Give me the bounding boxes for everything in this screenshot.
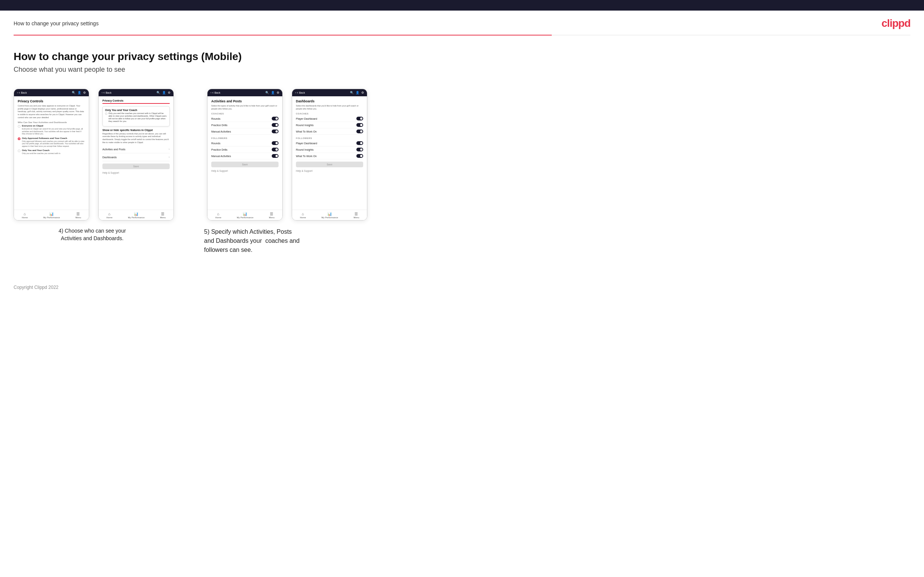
home-icon-2: ⌂ [108, 212, 110, 216]
radio-circle-1 [18, 125, 20, 127]
menu-icon-2: ☰ [161, 212, 165, 216]
whattowork-followers-label: What To Work On [296, 155, 317, 158]
radio-option-3[interactable]: Only You and Your Coach Only you and the… [18, 149, 85, 155]
back-button[interactable]: ‹ < Back [17, 91, 27, 94]
footer-performance-2[interactable]: 📊 My Performance [128, 212, 144, 219]
menu-icon-3: ☰ [270, 212, 273, 216]
drills-coaches-toggle[interactable] [272, 123, 278, 127]
footer-menu-3[interactable]: ☰ Menu [269, 212, 275, 219]
rounds-coaches-label: Rounds [211, 118, 220, 120]
footer-performance[interactable]: 📊 My Performance [43, 212, 60, 219]
main-content: How to change your privacy settings (Mob… [0, 35, 924, 277]
footer-menu[interactable]: ☰ Menu [75, 212, 81, 219]
search-icon-2[interactable]: 🔍 [157, 91, 160, 94]
screen4-content: Dashboards Select the dashboards that yo… [292, 96, 367, 210]
footer-menu-4[interactable]: ☰ Menu [353, 212, 359, 219]
footer-menu-2[interactable]: ☰ Menu [160, 212, 166, 219]
nav-icons-3: 🔍 👤 ⚙ [265, 91, 279, 94]
screen1-nav: ‹ < Back 🔍 👤 ⚙ [14, 89, 89, 96]
back-button-4[interactable]: ‹ < Back [295, 91, 305, 94]
settings-icon-4[interactable]: ⚙ [361, 91, 364, 94]
back-button-2[interactable]: ‹ < Back [102, 91, 111, 94]
nav-icons-2: 🔍 👤 ⚙ [157, 91, 170, 94]
toggle-rounds-followers: Rounds [211, 140, 278, 147]
toggle-whattowork-followers: What To Work On [296, 153, 363, 160]
roundinsights-followers-toggle[interactable] [356, 148, 363, 152]
home-icon: ⌂ [23, 212, 26, 216]
rounds-coaches-toggle[interactable] [272, 117, 278, 121]
save-button-4[interactable]: Save [296, 162, 363, 167]
footer-home-3[interactable]: ⌂ Home [215, 212, 221, 219]
roundinsights-followers-label: Round Insights [296, 148, 314, 151]
manual-followers-label: Manual Activities [211, 155, 231, 158]
playerdash-followers-toggle[interactable] [356, 141, 363, 145]
settings-icon[interactable]: ⚙ [83, 91, 86, 94]
footer-performance-4[interactable]: 📊 My Performance [321, 212, 338, 219]
header: How to change your privacy settings clip… [0, 11, 924, 35]
rounds-followers-toggle[interactable] [272, 141, 278, 145]
search-icon-3[interactable]: 🔍 [265, 91, 269, 94]
chart-icon-3: 📊 [242, 212, 247, 216]
playerdash-coaches-toggle[interactable] [356, 117, 363, 121]
screen1-content: Privacy Controls Control how you and you… [14, 96, 89, 210]
step4-caption: 4) Choose who can see yourActivities and… [58, 227, 126, 255]
screen4-nav: ‹ < Back 🔍 👤 ⚙ [292, 89, 367, 96]
popup-card: Only You and Your Coach Only you and the… [102, 106, 170, 126]
screen3-section: ‹ < Back 🔍 👤 ⚙ Activities and Posts Sele… [207, 89, 283, 221]
top-bar [0, 0, 924, 11]
coaches-label-3: COACHES [211, 113, 278, 115]
radio-option-2[interactable]: Only Approved Followers and Your Coach O… [18, 137, 85, 147]
search-icon-4[interactable]: 🔍 [350, 91, 354, 94]
footer-home[interactable]: ⌂ Home [21, 212, 27, 219]
manual-coaches-toggle[interactable] [272, 129, 278, 133]
nav-row-dashboards[interactable]: Dashboards › [102, 153, 170, 161]
phone-screen4: ‹ < Back 🔍 👤 ⚙ Dashboards Select the das… [292, 89, 367, 221]
back-button-3[interactable]: ‹ < Back [210, 91, 220, 94]
screen2-content: Privacy Controls Only You and Your Coach… [99, 96, 173, 210]
screen4-section: ‹ < Back 🔍 👤 ⚙ Dashboards Select the das… [292, 89, 367, 221]
playerdash-coaches-label: Player Dashboard [296, 118, 317, 120]
rounds-followers-label: Rounds [211, 142, 220, 145]
copyright: Copyright Clippd 2022 [14, 285, 58, 290]
manual-followers-toggle[interactable] [272, 154, 278, 158]
save-button-3[interactable]: Save [211, 162, 278, 167]
radio-option-1[interactable]: Everyone on Clippd Everyone on Clippd ca… [18, 125, 85, 135]
screen3-content: Activities and Posts Select the types of… [207, 96, 282, 210]
home-icon-4: ⌂ [302, 212, 304, 216]
person-icon[interactable]: 👤 [78, 91, 81, 94]
screen2-nav: ‹ < Back 🔍 👤 ⚙ [99, 89, 173, 96]
toggle-rounds-coaches: Rounds [211, 116, 278, 122]
settings-icon-3[interactable]: ⚙ [277, 91, 279, 94]
chart-icon: 📊 [49, 212, 54, 216]
option3-desc: Only you and the coaches you connect wit… [22, 152, 60, 155]
search-icon[interactable]: 🔍 [72, 91, 76, 94]
screen2-footer: ⌂ Home 📊 My Performance ☰ Menu [99, 210, 173, 220]
nav-row-activities[interactable]: Activities and Posts › [102, 145, 170, 153]
help-support-4: Help & Support [296, 169, 363, 172]
toggle-roundinsights-coaches: Round Insights [296, 122, 363, 128]
whattowork-followers-toggle[interactable] [356, 154, 363, 158]
screen4-title: Dashboards [296, 99, 363, 103]
screen2-section-title: Show or hide specific features in Clippd [102, 129, 170, 131]
settings-icon-2[interactable]: ⚙ [168, 91, 170, 94]
step5-caption: 5) Specify which Activities, Postsand Da… [204, 227, 300, 255]
toggle-playerdash-followers: Player Dashboard [296, 140, 363, 147]
help-support-2: Help & Support [102, 171, 170, 174]
footer-home-4[interactable]: ⌂ Home [300, 212, 306, 219]
roundinsights-coaches-toggle[interactable] [356, 123, 363, 127]
whattowork-coaches-toggle[interactable] [356, 129, 363, 133]
drills-followers-toggle[interactable] [272, 148, 278, 152]
screen4-footer: ⌂ Home 📊 My Performance ☰ Menu [292, 210, 367, 220]
person-icon-3[interactable]: 👤 [271, 91, 275, 94]
screen1-footer: ⌂ Home 📊 My Performance ☰ Menu [14, 210, 89, 220]
person-icon-4[interactable]: 👤 [355, 91, 359, 94]
logo: clippd [882, 18, 910, 29]
screen3-body: Select the types of activity that you'd … [211, 105, 278, 110]
toggle-whattowork-coaches: What To Work On [296, 128, 363, 135]
dashboards-label: Dashboards [102, 156, 117, 159]
footer-home-2[interactable]: ⌂ Home [106, 212, 112, 219]
save-button-2[interactable]: Save [102, 163, 170, 169]
coaches-label-4: COACHES [296, 113, 363, 115]
footer-performance-3[interactable]: 📊 My Performance [237, 212, 253, 219]
person-icon-2[interactable]: 👤 [162, 91, 166, 94]
